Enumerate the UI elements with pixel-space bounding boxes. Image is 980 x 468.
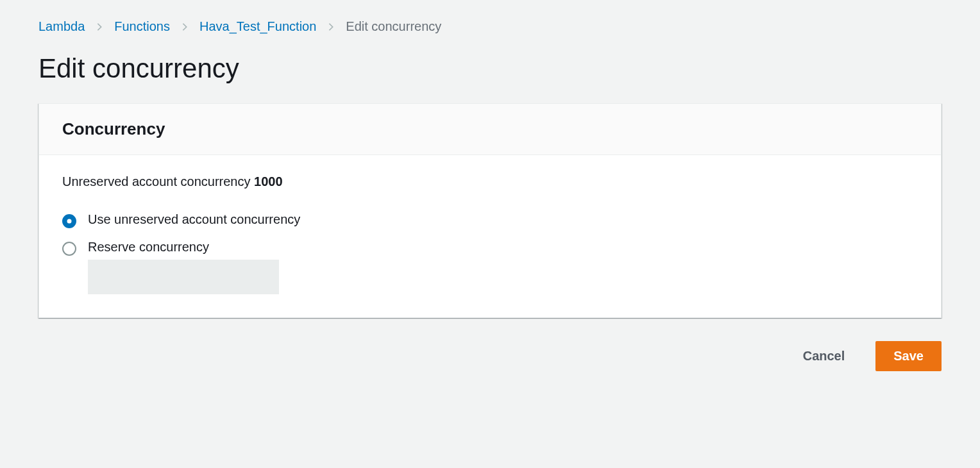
unreserved-label: Unreserved account concurrency — [62, 174, 254, 188]
chevron-right-icon — [326, 22, 335, 31]
breadcrumb-lambda[interactable]: Lambda — [38, 19, 85, 34]
action-buttons: Cancel Save — [38, 341, 942, 371]
panel-body: Unreserved account concurrency 1000 Use … — [39, 155, 941, 317]
radio-input-use-unreserved[interactable] — [62, 214, 76, 228]
breadcrumb: Lambda Functions Hava_Test_Function Edit… — [38, 19, 942, 34]
chevron-right-icon — [180, 22, 189, 31]
unreserved-concurrency-text: Unreserved account concurrency 1000 — [62, 174, 918, 189]
page-title: Edit concurrency — [38, 53, 942, 84]
breadcrumb-current: Edit concurrency — [346, 19, 441, 34]
panel-title: Concurrency — [62, 119, 918, 139]
cancel-button[interactable]: Cancel — [785, 341, 863, 371]
concurrency-panel: Concurrency Unreserved account concurren… — [38, 103, 942, 318]
breadcrumb-function-name[interactable]: Hava_Test_Function — [199, 19, 316, 34]
radio-use-unreserved[interactable]: Use unreserved account concurrency — [62, 212, 918, 228]
unreserved-value: 1000 — [254, 174, 283, 188]
radio-label-use-unreserved[interactable]: Use unreserved account concurrency — [88, 212, 300, 227]
reserve-concurrency-input-disabled — [88, 260, 279, 294]
breadcrumb-functions[interactable]: Functions — [114, 19, 170, 34]
radio-reserve-concurrency[interactable]: Reserve concurrency — [62, 240, 918, 294]
panel-header: Concurrency — [39, 104, 941, 155]
concurrency-radio-group: Use unreserved account concurrency Reser… — [62, 212, 918, 294]
radio-label-reserve[interactable]: Reserve concurrency — [88, 240, 279, 255]
chevron-right-icon — [95, 22, 104, 31]
save-button[interactable]: Save — [875, 341, 942, 371]
radio-input-reserve[interactable] — [62, 242, 76, 256]
